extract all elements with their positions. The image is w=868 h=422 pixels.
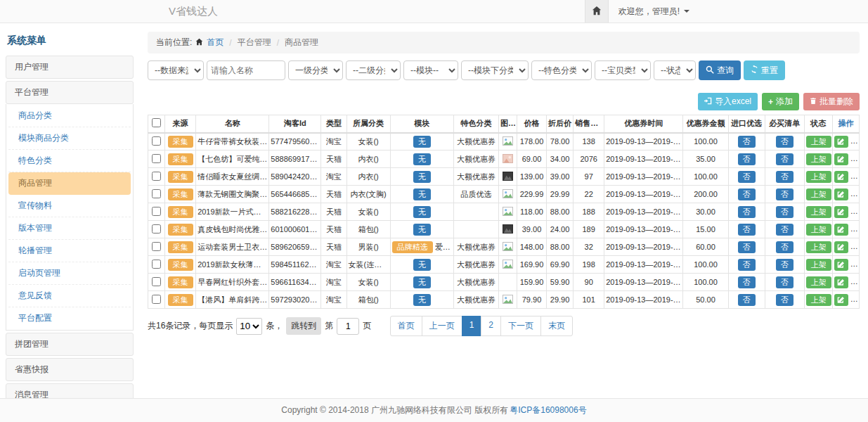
row-checkbox[interactable] [152, 207, 161, 216]
import-select-toggle[interactable]: 否 [738, 153, 756, 165]
filter-select-模块[interactable]: --模块-- [403, 60, 458, 80]
must-buy-toggle[interactable]: 否 [776, 259, 793, 271]
sidebar-subitem-意见反馈[interactable]: 意见反馈 [8, 285, 131, 307]
status-badge[interactable]: 上架 [806, 153, 831, 165]
row-checkbox[interactable] [152, 154, 161, 163]
status-badge[interactable]: 上架 [806, 171, 831, 183]
row-checkbox[interactable] [152, 224, 161, 234]
filter-select-一级分类[interactable]: 一级分类 [288, 60, 343, 80]
row-checkbox[interactable] [152, 136, 161, 146]
sidebar-subitem-特色分类[interactable]: 特色分类 [8, 150, 131, 172]
edit-button[interactable] [834, 259, 848, 271]
row-checkbox[interactable] [152, 172, 161, 181]
filter-select-模块下分类[interactable]: --模块下分类-- [461, 60, 529, 80]
edit-button[interactable] [834, 171, 848, 183]
column-header-类型: 类型 [321, 115, 346, 133]
status-badge[interactable]: 上架 [806, 224, 831, 236]
query-button[interactable]: 查询 [699, 60, 741, 80]
edit-button[interactable] [834, 276, 848, 288]
sidebar-subitem-商品管理[interactable]: 商品管理 [8, 172, 131, 195]
status-badge[interactable]: 上架 [806, 294, 831, 306]
row-checkbox[interactable] [152, 295, 161, 304]
add-button[interactable]: + 添加 [762, 93, 799, 110]
must-buy-toggle[interactable]: 否 [776, 206, 793, 218]
sidebar-subitem-版本管理[interactable]: 版本管理 [8, 217, 131, 240]
sidebar-subitem-模块商品分类[interactable]: 模块商品分类 [8, 127, 131, 150]
breadcrumb-home-link[interactable]: 首页 [207, 37, 224, 49]
filter-select-特色分类[interactable]: --特色分类-- [531, 60, 592, 80]
import-select-toggle[interactable]: 否 [738, 276, 756, 288]
must-buy-toggle[interactable]: 否 [776, 294, 793, 306]
import-select-toggle[interactable]: 否 [738, 188, 756, 200]
edit-button[interactable] [834, 224, 848, 236]
import-select-toggle[interactable]: 否 [738, 136, 756, 148]
sidebar-subitem-启动页管理[interactable]: 启动页管理 [8, 262, 131, 285]
sidebar-submenu: 商品分类模块商品分类特色分类商品管理宣传物料版本管理轮播管理启动页管理意见反馈平… [6, 104, 134, 331]
import-select-toggle[interactable]: 否 [738, 206, 756, 218]
must-buy-toggle[interactable]: 否 [776, 188, 793, 200]
user-menu[interactable]: 欢迎您，管理员! [609, 0, 699, 23]
sidebar-item-拼团管理[interactable]: 拼团管理 [6, 333, 134, 356]
must-buy-toggle[interactable]: 否 [776, 241, 793, 253]
status-badge[interactable]: 上架 [806, 259, 831, 271]
import-select-toggle[interactable]: 否 [738, 171, 756, 183]
edit-button[interactable] [834, 294, 848, 306]
must-buy-toggle[interactable]: 否 [776, 276, 793, 288]
status-badge[interactable]: 上架 [806, 276, 831, 288]
source-cell: 采集 [165, 221, 196, 238]
filter-select-宝贝类型[interactable]: --宝贝类型-- [595, 60, 651, 80]
page-link-1[interactable]: 1 [462, 316, 482, 336]
per-page-select[interactable]: 10 [236, 318, 262, 335]
row-checkbox[interactable] [152, 242, 161, 251]
sidebar-item-省惠快报[interactable]: 省惠快报 [6, 358, 134, 381]
batch-delete-button[interactable]: 批量删除 [803, 93, 860, 110]
sidebar-subitem-商品分类[interactable]: 商品分类 [8, 105, 131, 127]
must-buy-toggle[interactable]: 否 [776, 171, 793, 183]
edit-button[interactable] [834, 153, 848, 165]
sidebar-subitem-轮播管理[interactable]: 轮播管理 [8, 240, 131, 262]
page-link-2[interactable]: 2 [481, 316, 501, 336]
import-select-toggle[interactable]: 否 [738, 259, 756, 271]
page-link-下一页[interactable]: 下一页 [500, 316, 541, 336]
category-cell: 女装(连衣裙) [346, 256, 390, 274]
page-number-input[interactable] [337, 318, 359, 335]
sidebar-subitem-平台配置[interactable]: 平台配置 [8, 307, 131, 329]
must-buy-toggle[interactable]: 否 [776, 136, 793, 148]
edit-button[interactable] [834, 206, 848, 218]
filter-select-数据来源[interactable]: --数据来源-- [148, 60, 204, 80]
import-select-toggle[interactable]: 否 [738, 224, 756, 236]
jump-button[interactable]: 跳转到 [286, 317, 321, 335]
must-buy-cell: 否 [765, 186, 804, 203]
page-link-末页[interactable]: 末页 [540, 316, 573, 336]
search-input[interactable] [207, 60, 285, 80]
page-link-首页[interactable]: 首页 [390, 316, 422, 336]
must-buy-toggle[interactable]: 否 [776, 224, 793, 236]
sidebar-subitem-宣传物料[interactable]: 宣传物料 [8, 195, 131, 217]
price-cell: 69.00 [517, 151, 546, 168]
sidebar-item-平台管理[interactable]: 平台管理 [6, 81, 134, 104]
row-checkbox[interactable] [152, 189, 161, 198]
status-badge[interactable]: 上架 [806, 206, 831, 218]
row-checkbox[interactable] [152, 277, 161, 286]
filter-select-状态[interactable]: --状态-- [654, 60, 696, 80]
import-select-toggle[interactable]: 否 [738, 241, 756, 253]
home-button[interactable] [585, 0, 609, 23]
filter-select-二级分类[interactable]: --二级分类-- [346, 60, 401, 80]
edit-button[interactable] [834, 241, 848, 253]
coupon-amount-cell: 100.00 [683, 256, 728, 274]
import-excel-button[interactable]: 导入excel [698, 93, 758, 110]
sidebar-item-用户管理[interactable]: 用户管理 [6, 56, 134, 79]
row-checkbox[interactable] [152, 260, 161, 269]
edit-button[interactable] [834, 136, 848, 148]
table-row: 采集【七色纺】可爱纯棉家...588869917501天猫内衣()无大额优惠券6… [148, 151, 860, 168]
icp-link[interactable]: 粤ICP备16098006号 [510, 404, 586, 416]
status-badge[interactable]: 上架 [806, 241, 831, 253]
import-select-toggle[interactable]: 否 [738, 294, 756, 306]
page-link-上一页[interactable]: 上一页 [422, 316, 462, 336]
status-badge[interactable]: 上架 [806, 188, 831, 200]
status-badge[interactable]: 上架 [806, 136, 831, 148]
must-buy-toggle[interactable]: 否 [776, 153, 793, 165]
edit-button[interactable] [834, 188, 848, 200]
reset-button[interactable]: 重置 [744, 60, 785, 80]
select-all-checkbox[interactable] [152, 118, 161, 127]
